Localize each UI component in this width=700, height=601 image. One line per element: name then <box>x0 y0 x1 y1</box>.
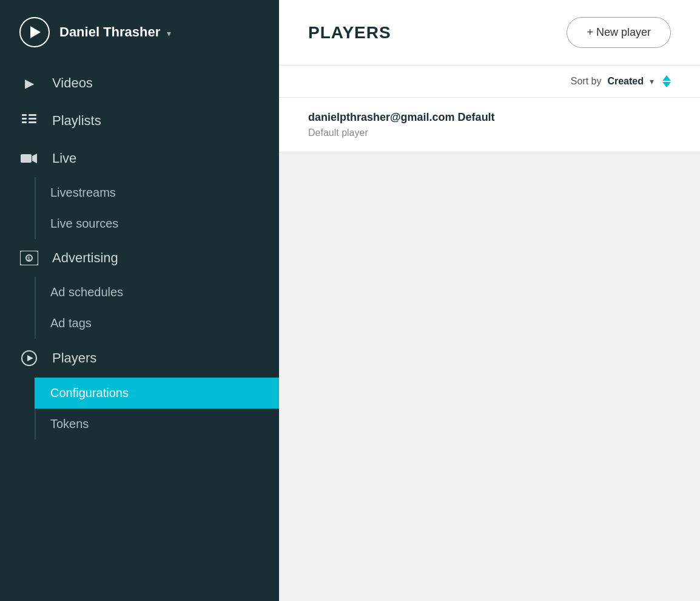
player-list: danielpthrasher@gmail.com Default Defaul… <box>279 98 700 152</box>
sidebar: Daniel Thrasher ▾ ▶ Videos Playlists <box>0 0 279 601</box>
sidebar-item-ad-schedules[interactable]: Ad schedules <box>36 277 279 308</box>
table-row[interactable]: danielpthrasher@gmail.com Default Defaul… <box>279 98 700 152</box>
sort-direction-toggle[interactable] <box>662 75 671 87</box>
new-player-button[interactable]: + New player <box>567 17 671 48</box>
main-header: PLAYERS + New player <box>279 0 700 66</box>
svg-rect-1 <box>22 118 27 120</box>
sidebar-item-advertising-label: Advertising <box>52 250 118 266</box>
sidebar-item-livestreams[interactable]: Livestreams <box>36 177 279 208</box>
svg-rect-2 <box>22 121 27 123</box>
play-icon <box>30 26 41 38</box>
player-name: danielpthrasher@gmail.com Default <box>308 111 671 124</box>
sidebar-item-ad-tags[interactable]: Ad tags <box>36 308 279 339</box>
live-subitems: Livestreams Live sources <box>35 177 279 239</box>
svg-marker-12 <box>27 355 33 361</box>
player-description: Default player <box>308 127 671 138</box>
sidebar-item-videos-label: Videos <box>52 75 93 91</box>
svg-rect-5 <box>29 121 36 123</box>
sidebar-nav: ▶ Videos Playlists <box>0 64 279 601</box>
svg-rect-4 <box>29 118 36 120</box>
svg-rect-3 <box>29 114 36 116</box>
sidebar-item-configurations[interactable]: Configurations <box>35 378 279 409</box>
svg-rect-6 <box>21 154 32 163</box>
sidebar-item-live-label: Live <box>52 151 76 166</box>
sidebar-item-live[interactable]: Live <box>0 140 279 177</box>
sort-bar: Sort by Created ▾ <box>279 66 700 98</box>
sidebar-item-players-label: Players <box>52 350 96 366</box>
ad-icon: $ <box>19 251 39 265</box>
players-subitems: Configurations Tokens <box>35 378 279 440</box>
sidebar-item-live-sources[interactable]: Live sources <box>36 208 279 239</box>
svg-marker-7 <box>32 154 37 163</box>
camera-icon <box>19 152 39 165</box>
sidebar-item-playlists-label: Playlists <box>52 113 101 129</box>
sort-by-value[interactable]: Created <box>607 76 644 87</box>
play-icon: ▶ <box>19 76 39 90</box>
page-title: PLAYERS <box>308 23 391 42</box>
list-icon <box>19 114 39 127</box>
svg-text:$: $ <box>27 256 30 262</box>
sort-arrow-up-icon <box>662 75 671 81</box>
main-content: PLAYERS + New player Sort by Created ▾ d… <box>279 0 700 601</box>
account-name: Daniel Thrasher <box>59 24 160 39</box>
brand-logo <box>19 17 50 47</box>
account-chevron-icon: ▾ <box>167 29 171 38</box>
sidebar-item-advertising[interactable]: $ Advertising <box>0 239 279 277</box>
sort-by-label: Sort by <box>571 76 602 87</box>
account-header[interactable]: Daniel Thrasher ▾ <box>0 0 279 64</box>
advertising-subitems: Ad schedules Ad tags <box>35 277 279 339</box>
player-icon <box>19 350 39 367</box>
sidebar-item-playlists[interactable]: Playlists <box>0 102 279 140</box>
sidebar-item-players[interactable]: Players <box>0 339 279 378</box>
sort-chevron-icon[interactable]: ▾ <box>650 76 654 86</box>
sort-arrow-down-icon <box>662 82 671 87</box>
sidebar-item-videos[interactable]: ▶ Videos <box>0 64 279 102</box>
sidebar-item-tokens[interactable]: Tokens <box>36 409 279 440</box>
svg-rect-0 <box>22 114 27 116</box>
